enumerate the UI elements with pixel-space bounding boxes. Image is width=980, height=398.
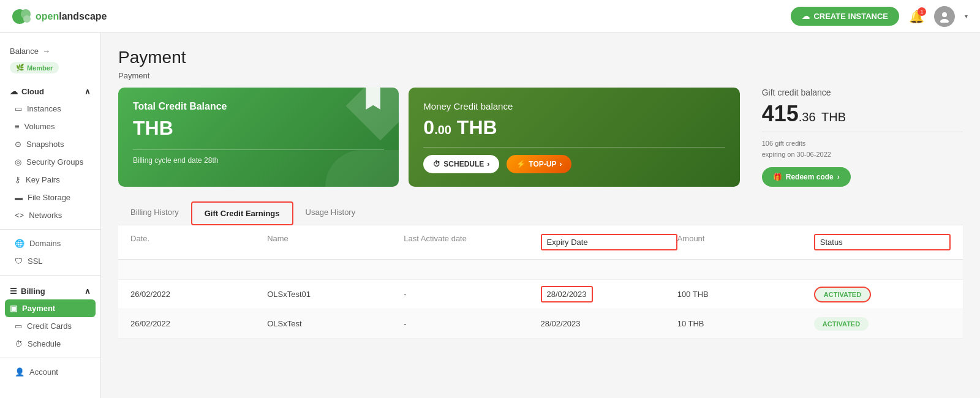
schedule-btn-icon: ⏱ (433, 160, 440, 168)
col-header-expiry: Expiry Date (541, 234, 677, 250)
sidebar-balance[interactable]: Balance → (0, 43, 100, 59)
chevron-down-icon: ▾ (965, 13, 968, 20)
row2-status: ACTIVATED (814, 319, 951, 328)
gift-info-line2: expiring on 30-06-2022 (762, 149, 963, 160)
schedule-label: Schedule (28, 339, 61, 348)
gift-amount-decimal: .36 (799, 110, 816, 124)
payment-icon: ▣ (10, 304, 17, 313)
row1-status: ACTIVATED (814, 290, 951, 299)
payment-label: Payment (22, 304, 55, 313)
svg-point-2 (23, 15, 31, 23)
sidebar-item-ssl[interactable]: 🛡 SSL (0, 252, 100, 270)
gift-currency: THB (821, 110, 846, 124)
tabs-row: Billing History Gift Credit Earnings Usa… (118, 201, 963, 225)
sidebar-divider-2 (0, 275, 100, 276)
money-amount-decimal: .00 (434, 123, 451, 137)
topup-label: TOP-UP (529, 160, 556, 168)
sidebar-item-instances[interactable]: ▭ Instances (0, 100, 100, 118)
notification-badge: 1 (918, 7, 926, 16)
volumes-label: Volumes (24, 122, 55, 131)
ssl-icon: 🛡 (15, 257, 23, 266)
schedule-icon: ⏱ (15, 339, 23, 348)
tab-billing-history[interactable]: Billing History (118, 201, 191, 225)
col-header-name: Name (267, 234, 404, 250)
security-groups-icon: ◎ (15, 157, 21, 167)
table-row-1: 26/02/2022 OLSxTest01 - 28/02/2023 100 T… (118, 280, 963, 309)
col-header-date: Date. (130, 234, 267, 250)
sidebar-item-networks[interactable]: <> Networks (0, 206, 100, 224)
gift-credit-amount: 415.36 THB (762, 101, 963, 127)
row2-expiry: 28/02/2023 (541, 319, 677, 328)
redeem-code-button[interactable]: 🎁 Redeem code › (762, 167, 851, 187)
total-credit-divider (133, 149, 384, 150)
svg-point-3 (942, 12, 947, 17)
row1-expiry-value: 28/02/2023 (541, 286, 593, 302)
schedule-btn-label: SCHEDULE (443, 160, 484, 168)
file-storage-label: File Storage (28, 193, 70, 202)
row2-name: OLSxTest (267, 319, 404, 328)
avatar-button[interactable] (934, 6, 955, 27)
redeem-btn-label: Redeem code (786, 173, 834, 181)
total-credit-card: Total Credit Balance THB Billing cycle e… (118, 88, 399, 187)
billing-section-label: Billing (21, 287, 45, 296)
sidebar-item-credit-cards[interactable]: ▭ Credit Cards (0, 317, 100, 335)
sidebar-item-key-pairs[interactable]: ⚷ Key Pairs (0, 171, 100, 189)
billing-section-header[interactable]: ☰ Billing ∧ (0, 283, 100, 299)
gift-amount-whole: 415 (762, 101, 799, 126)
snapshots-icon: ⊙ (15, 140, 21, 149)
redeem-chevron-icon: › (837, 173, 840, 181)
sidebar-item-file-storage[interactable]: ▬ File Storage (0, 189, 100, 206)
gift-divider (762, 132, 963, 132)
tab-billing-history-label: Billing History (130, 208, 179, 217)
bookmark-icon (366, 88, 380, 110)
navbar-right: ☁ CREATE INSTANCE 🔔 1 ▾ (791, 6, 968, 27)
key-pairs-icon: ⚷ (15, 175, 21, 184)
sidebar-item-domains[interactable]: 🌐 Domains (0, 235, 100, 252)
schedule-button[interactable]: ⏱ SCHEDULE › (423, 155, 499, 173)
account-label: Account (29, 367, 58, 377)
tab-gift-credit-earnings[interactable]: Gift Credit Earnings (191, 201, 293, 225)
sidebar-item-security-groups[interactable]: ◎ Security Groups (0, 153, 100, 171)
gift-credit-table: Date. Name Last Activate date Expiry Dat… (118, 225, 963, 339)
table-row-empty (118, 260, 963, 280)
notification-button[interactable]: 🔔 1 (909, 9, 924, 24)
row1-amount: 100 THB (677, 290, 814, 299)
row1-expiry: 28/02/2023 (541, 290, 677, 299)
gift-info-line1: 106 gift credits (762, 138, 963, 149)
sidebar-item-snapshots[interactable]: ⊙ Snapshots (0, 135, 100, 153)
row1-status-badge: ACTIVATED (814, 287, 871, 302)
key-pairs-label: Key Pairs (26, 175, 60, 184)
create-instance-label: CREATE INSTANCE (813, 12, 888, 21)
row1-last-activate: - (404, 290, 540, 299)
money-credit-amount: 0.00 THB (423, 116, 725, 139)
account-icon: 👤 (15, 367, 24, 377)
sidebar-divider-3 (0, 358, 100, 358)
tab-gift-credit-label: Gift Credit Earnings (205, 209, 280, 218)
money-amount-whole: 0 (423, 116, 434, 138)
topup-icon: ⚡ (516, 160, 526, 168)
row2-status-badge: ACTIVATED (814, 317, 869, 331)
money-divider (423, 147, 725, 148)
sidebar-item-schedule[interactable]: ⏱ Schedule (0, 335, 100, 353)
page-title: Payment (118, 48, 963, 67)
create-instance-button[interactable]: ☁ CREATE INSTANCE (791, 7, 899, 26)
total-credit-title: Total Credit Balance (133, 101, 384, 112)
sidebar-item-payment[interactable]: ▣ Payment (5, 299, 96, 317)
row2-last-activate: - (404, 319, 540, 328)
networks-icon: <> (15, 211, 24, 220)
file-storage-icon: ▬ (15, 193, 23, 202)
billing-section-icon: ☰ (10, 287, 17, 296)
balance-label: Balance (10, 47, 39, 56)
topup-button[interactable]: ⚡ TOP-UP › (507, 155, 571, 173)
topup-chevron-icon: › (559, 160, 562, 168)
cards-row: Total Credit Balance THB Billing cycle e… (118, 88, 963, 187)
volumes-icon: ≡ (15, 122, 20, 131)
sidebar-item-volumes[interactable]: ≡ Volumes (0, 118, 100, 135)
schedule-chevron-icon: › (487, 160, 489, 168)
cloud-section-icon: ☁ (10, 87, 18, 96)
member-icon: 🌿 (16, 64, 24, 72)
tab-usage-history[interactable]: Usage History (293, 201, 368, 225)
cloud-section-header[interactable]: ☁ Cloud ∧ (0, 83, 100, 100)
sidebar-item-account[interactable]: 👤 Account (0, 363, 100, 381)
table-row-2: 26/02/2022 OLSxTest - 28/02/2023 10 THB … (118, 309, 963, 339)
